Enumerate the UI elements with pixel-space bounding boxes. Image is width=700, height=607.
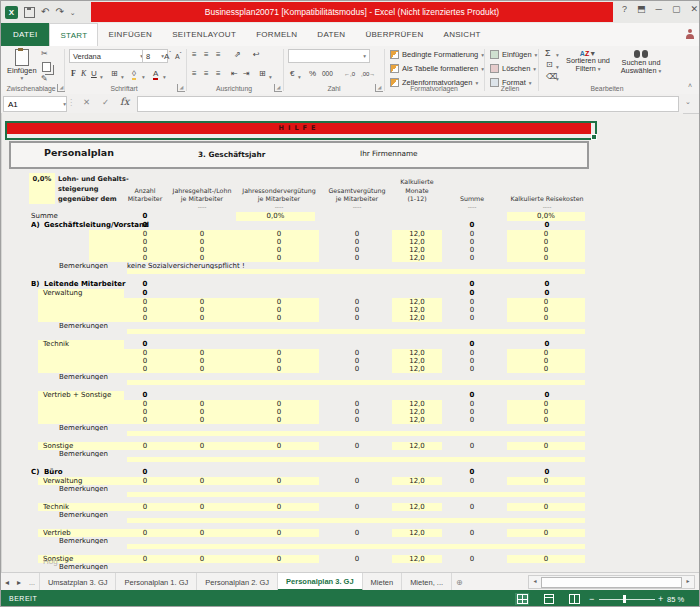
cell-summe[interactable]: 0 bbox=[447, 298, 497, 306]
redo-icon[interactable]: ↷ bbox=[55, 7, 63, 17]
remark-input-cell[interactable] bbox=[127, 431, 585, 436]
cell-gesamt[interactable]: 0 bbox=[332, 442, 382, 450]
remark-input-cell[interactable] bbox=[127, 380, 585, 385]
cell-monate[interactable]: 12,0 bbox=[392, 357, 442, 365]
cancel-entry-icon[interactable]: ✕ bbox=[83, 97, 90, 107]
subsection-label[interactable]: Vertrieb bbox=[43, 529, 123, 537]
cell-reise[interactable]: 0 bbox=[507, 254, 585, 262]
copy-icon[interactable] bbox=[42, 62, 51, 72]
help-banner-cell[interactable]: HILFE bbox=[7, 123, 591, 134]
cell-gesamt[interactable]: 0 bbox=[332, 400, 382, 408]
zoom-slider-thumb[interactable] bbox=[623, 595, 626, 603]
cell-monate[interactable]: 12,0 bbox=[392, 254, 442, 262]
cell-monate[interactable]: 12,0 bbox=[392, 416, 442, 424]
cell-input[interactable]: 0 bbox=[120, 357, 170, 365]
align-middle-icon[interactable]: ≡ bbox=[204, 51, 209, 59]
percent-icon[interactable]: % bbox=[309, 70, 316, 78]
normal-view-button[interactable] bbox=[515, 593, 529, 605]
tab-daten[interactable]: DATEN bbox=[307, 23, 355, 46]
remark-input-cell[interactable] bbox=[127, 492, 585, 497]
zoom-level[interactable]: 85 % bbox=[667, 595, 684, 604]
cell-input[interactable]: 0 bbox=[177, 555, 227, 563]
scroll-right-icon[interactable]: ▸ bbox=[683, 577, 693, 586]
cell-input[interactable]: 0 bbox=[120, 442, 170, 450]
cell-reise[interactable]: 0 bbox=[522, 340, 572, 349]
horizontal-scroll-thumb[interactable] bbox=[541, 577, 682, 588]
cell-reise[interactable]: 0 bbox=[507, 529, 585, 537]
cell-reise[interactable]: 0 bbox=[522, 391, 572, 400]
thousands-icon[interactable]: 000 bbox=[322, 71, 333, 78]
cell-anzahl[interactable]: 0 bbox=[120, 391, 170, 400]
cell-summe[interactable]: 0 bbox=[447, 357, 497, 365]
cell-monate[interactable]: 12,0 bbox=[392, 238, 442, 246]
remark-label[interactable]: Bemerkungen bbox=[59, 373, 129, 380]
collapse-ribbon-icon[interactable]: ˄ bbox=[688, 82, 692, 89]
align-top-icon[interactable]: ≡ bbox=[192, 51, 197, 59]
cell-input[interactable]: 0 bbox=[254, 442, 304, 450]
cell-input[interactable]: 0 bbox=[120, 298, 170, 306]
subsection-label[interactable]: Verwaltung bbox=[38, 289, 124, 298]
cell-input[interactable]: 0 bbox=[177, 254, 227, 262]
wrap-text-icon[interactable]: ↩ bbox=[253, 51, 260, 59]
sheet-tab-personalplan-3[interactable]: Personalplan 3. GJ bbox=[278, 573, 363, 591]
cell-input[interactable]: 0 bbox=[120, 400, 170, 408]
cell-reise[interactable]: 0 bbox=[507, 298, 585, 306]
cell-summe[interactable]: 0 bbox=[447, 529, 497, 537]
cell-anzahl[interactable]: 0 bbox=[120, 289, 170, 298]
cell-monate[interactable]: 12,0 bbox=[392, 365, 442, 373]
remark-label[interactable]: Bemerkungen bbox=[59, 537, 129, 544]
italic-icon[interactable]: K bbox=[81, 70, 86, 78]
cell-monate[interactable]: 12,0 bbox=[392, 230, 442, 238]
cell-monate[interactable]: 12,0 bbox=[392, 298, 442, 306]
cell-input[interactable]: 0 bbox=[177, 238, 227, 246]
cell-summe[interactable]: 0 bbox=[447, 416, 497, 424]
cell-summe[interactable]: 0 bbox=[447, 254, 497, 262]
cell-monate[interactable]: 12,0 bbox=[392, 314, 442, 322]
cell-reise[interactable]: 0 bbox=[507, 314, 585, 322]
cell-input[interactable]: 0 bbox=[254, 254, 304, 262]
conditional-formatting-button[interactable]: Bedingte Formatierung▾ bbox=[390, 50, 484, 59]
cell-input[interactable]: 0 bbox=[177, 246, 227, 254]
cell-input[interactable]: 0 bbox=[177, 306, 227, 314]
cell-monate[interactable]: 12,0 bbox=[392, 442, 442, 450]
ribbon-options-icon[interactable]: ⬒ bbox=[637, 4, 646, 14]
cell-reise[interactable]: 0 bbox=[507, 555, 585, 563]
cell-input[interactable]: 0 bbox=[254, 349, 304, 357]
close-icon[interactable]: ✕ bbox=[690, 4, 698, 14]
cell-monate[interactable]: 12,0 bbox=[392, 408, 442, 416]
cell-summe[interactable]: 0 bbox=[447, 477, 497, 485]
borders-icon[interactable]: ⊞ bbox=[111, 70, 118, 78]
tab-seitenlayout[interactable]: SEITENLAYOUT bbox=[162, 23, 246, 46]
cell-input[interactable]: 0 bbox=[254, 357, 304, 365]
cell-summe[interactable]: 0 bbox=[447, 306, 497, 314]
horizontal-scrollbar[interactable]: ◂ ▸ bbox=[528, 575, 695, 589]
find-select-button[interactable]: Suchen undAuswählen ▾ bbox=[613, 50, 669, 76]
merge-center-icon[interactable]: ⊞ bbox=[259, 70, 266, 78]
cell-monate[interactable]: 12,0 bbox=[392, 477, 442, 485]
cell-gesamt[interactable]: 0 bbox=[332, 306, 382, 314]
cell-summe[interactable]: 0 bbox=[447, 280, 497, 289]
number-launcher-icon[interactable]: ◢ bbox=[375, 84, 383, 92]
cell-input[interactable]: 0 bbox=[120, 349, 170, 357]
cell-input[interactable]: 0 bbox=[177, 503, 227, 511]
remark-label[interactable]: Bemerkungen bbox=[59, 450, 129, 457]
cell-summe[interactable]: 0 bbox=[447, 221, 497, 230]
underline-caret-icon[interactable]: ▾ bbox=[100, 74, 103, 80]
sheet-tab-personalplan-1[interactable]: Personalplan 1. GJ bbox=[116, 573, 197, 591]
sheet-year[interactable]: 3. Geschäftsjahr bbox=[198, 150, 265, 159]
cell-input[interactable]: 0 bbox=[177, 477, 227, 485]
cell-reise[interactable]: 0 bbox=[507, 416, 585, 424]
cell-reise[interactable]: 0 bbox=[507, 400, 585, 408]
cell-reise[interactable]: 0 bbox=[507, 365, 585, 373]
cell-input[interactable]: 0 bbox=[120, 246, 170, 254]
column-header[interactable]: Summe bbox=[447, 195, 497, 203]
cell-input[interactable]: 0 bbox=[120, 365, 170, 373]
cell-gesamt[interactable]: 0 bbox=[332, 408, 382, 416]
save-icon[interactable] bbox=[24, 7, 35, 18]
cell-summe[interactable]: 0 bbox=[447, 400, 497, 408]
cell-reise[interactable]: 0 bbox=[507, 246, 585, 254]
grow-font-icon[interactable]: Aˆ bbox=[164, 51, 171, 61]
cell-monate[interactable]: 12,0 bbox=[392, 306, 442, 314]
tab-formeln[interactable]: FORMELN bbox=[246, 23, 307, 46]
cell-input[interactable]: 0 bbox=[120, 416, 170, 424]
